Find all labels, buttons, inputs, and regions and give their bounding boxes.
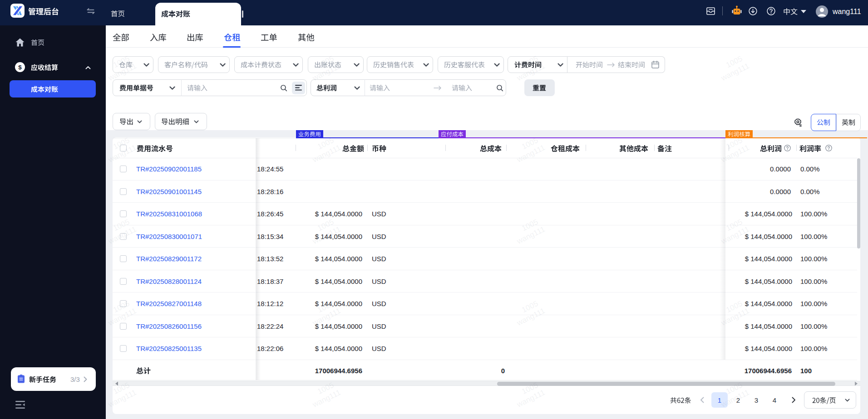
svg-text:$: $ xyxy=(18,64,22,71)
